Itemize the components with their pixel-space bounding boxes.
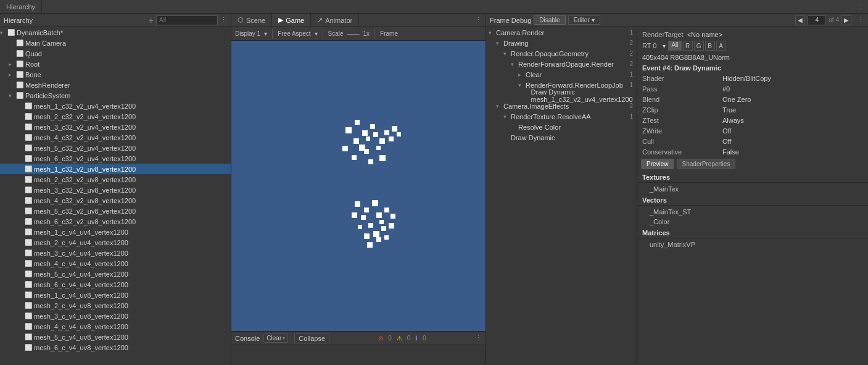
hierarchy-item-mesh1[interactable]: ⬜mesh_1_c32_v2_uv4_vertex1200 bbox=[0, 101, 231, 111]
hierarchy-item-meshrenderer[interactable]: ⬜MeshRenderer bbox=[0, 80, 231, 90]
svg-rect-4 bbox=[366, 136, 370, 141]
tab-scene[interactable]: ⬡ Scene bbox=[231, 14, 272, 27]
item-icon: ⬜ bbox=[25, 208, 32, 214]
hierarchy-item-mesh3cv4[interactable]: ⬜mesh_3_c_v4_uv4_vertex1200 bbox=[0, 248, 231, 258]
hierarchy-item-mesh4v8[interactable]: ⬜mesh_4_c32_v2_uv8_vertex1200 bbox=[0, 195, 231, 206]
rt-label: RT 0 bbox=[642, 42, 656, 49]
fd-arrow[interactable]: ▾ bbox=[503, 51, 511, 57]
hierarchy-item-mesh6v8[interactable]: ⬜mesh_6_c32_v2_uv8_vertex1200 bbox=[0, 216, 231, 227]
tab-animator[interactable]: ↗ Animator bbox=[311, 14, 359, 27]
hierarchy-item-maincamera[interactable]: ⬜Main Camera bbox=[0, 38, 231, 48]
hierarchy-item-quad[interactable]: ⬜Quad bbox=[0, 48, 231, 59]
hierarchy-item-mesh2cv4[interactable]: ⬜mesh_2_c_v4_uv4_vertex1200 bbox=[0, 237, 231, 248]
clear-button[interactable]: Clear ▾ bbox=[263, 334, 288, 343]
hierarchy-item-mesh1v8[interactable]: ⬜mesh_1_c32_v2_uv8_vertex1200 bbox=[0, 164, 231, 174]
disable-button[interactable]: Disable bbox=[534, 15, 565, 25]
properties-content: RenderTarget <No name> RT 0 ▾ All R G B … bbox=[637, 27, 868, 365]
fd-arrow[interactable]: ▸ bbox=[518, 72, 526, 78]
fd-arrow[interactable]: ▾ bbox=[503, 114, 511, 120]
collapse-btn[interactable]: Collapse bbox=[294, 334, 329, 343]
hierarchy-item-mesh6cv4[interactable]: ⬜mesh_6_c_v4_uv4_vertex1200 bbox=[0, 279, 231, 290]
editor-button[interactable]: Editor ▾ bbox=[568, 15, 600, 25]
shaderprops-tab[interactable]: ShaderProperties bbox=[677, 159, 736, 169]
scene-tabs-options[interactable]: ⋮ bbox=[471, 14, 486, 27]
channel-g-btn[interactable]: G bbox=[694, 41, 704, 51]
channel-a-btn[interactable]: A bbox=[716, 41, 726, 51]
tab-game[interactable]: ▶ Game bbox=[272, 14, 311, 27]
pass-row: Pass #0 bbox=[637, 83, 868, 94]
fd-item-3[interactable]: ▾RenderForwardOpaque.Render2 bbox=[486, 59, 637, 69]
hierarchy-item-mesh4cv4[interactable]: ⬜mesh_4_c_v4_uv4_vertex1200 bbox=[0, 258, 231, 269]
hierarchy-item-mesh3v8[interactable]: ⬜mesh_3_c32_v2_uv8_vertex1200 bbox=[0, 185, 231, 195]
item-label: Quad bbox=[25, 50, 42, 57]
hierarchy-item-mesh5v8[interactable]: ⬜mesh_5_c32_v2_uv8_vertex1200 bbox=[0, 206, 231, 216]
tree-arrow[interactable]: ▸ bbox=[9, 72, 16, 78]
console-options[interactable]: ⋮ bbox=[475, 334, 482, 342]
fd-item-6[interactable]: Draw Dynamic mesh_1_c32_v2_uv4_vertex120… bbox=[486, 90, 637, 101]
hierarchy-search[interactable] bbox=[156, 15, 218, 25]
console-content bbox=[231, 345, 486, 365]
hierarchy-item-mesh3[interactable]: ⬜mesh_3_c32_v2_uv4_vertex1200 bbox=[0, 122, 231, 132]
fd-item-0[interactable]: ▾Camera.Render1 bbox=[486, 27, 637, 38]
blend-row: Blend One Zero bbox=[637, 94, 868, 104]
fd-item-9[interactable]: Resolve Color bbox=[486, 122, 637, 132]
hierarchy-item-mesh6cuv8[interactable]: ⬜mesh_6_c_v4_uv8_vertex1200 bbox=[0, 342, 231, 353]
frame-btn[interactable]: Frame bbox=[380, 30, 398, 37]
channel-r-btn[interactable]: R bbox=[683, 41, 693, 51]
fd-item-2[interactable]: ▾Render.OpaqueGeometry2 bbox=[486, 48, 637, 59]
frame-debug-top-bar: Frame Debug Disable Editor ▾ ◀ of 4 ▶ ⋮ bbox=[486, 14, 868, 27]
shader-value: Hidden/BlitCopy bbox=[722, 75, 771, 82]
channel-b-btn[interactable]: B bbox=[705, 41, 715, 51]
fd-arrow[interactable]: ▾ bbox=[496, 40, 503, 46]
hierarchy-item-mesh5cv4[interactable]: ⬜mesh_5_c_v4_uv4_vertex1200 bbox=[0, 269, 231, 279]
fd-item-1[interactable]: ▾Drawing2 bbox=[486, 38, 637, 48]
frame-nav: ◀ of 4 ▶ bbox=[795, 15, 851, 25]
hierarchy-item-root[interactable]: ▸⬜Root bbox=[0, 59, 231, 69]
scale-slider[interactable]: —— bbox=[347, 30, 360, 37]
hierarchy-item-mesh4[interactable]: ⬜mesh_4_c32_v2_uv4_vertex1200 bbox=[0, 132, 231, 143]
nav-next-button[interactable]: ▶ bbox=[841, 15, 851, 25]
fd-arrow[interactable]: ▾ bbox=[518, 82, 526, 88]
hierarchy-options[interactable]: ⋮ bbox=[220, 16, 227, 24]
hierarchy-item-mesh6[interactable]: ⬜mesh_6_c32_v2_uv4_vertex1200 bbox=[0, 153, 231, 164]
preview-tab[interactable]: Preview bbox=[641, 159, 674, 169]
hierarchy-item-mesh1cuv8[interactable]: ⬜mesh_1_c_v4_uv8_vertex1200 bbox=[0, 290, 231, 300]
tree-arrow[interactable]: ▸ bbox=[9, 61, 16, 67]
fd-arrow[interactable]: ▾ bbox=[496, 103, 503, 109]
tree-arrow[interactable]: ▾ bbox=[9, 93, 16, 99]
hierarchy-list: ▾⬜DynamicBatch* ⬜Main Camera ⬜Quad▸⬜Root… bbox=[0, 27, 231, 365]
nav-prev-button[interactable]: ◀ bbox=[795, 15, 805, 25]
fd-arrow[interactable]: ▾ bbox=[489, 30, 496, 36]
framedebug-options[interactable]: ⋮ bbox=[858, 16, 864, 24]
tree-arrow[interactable]: ▾ bbox=[0, 30, 7, 36]
hierarchy-item-dynamicbatch[interactable]: ▾⬜DynamicBatch* bbox=[0, 27, 231, 38]
channels-all-btn[interactable]: All bbox=[668, 41, 681, 51]
tab-hierarchy[interactable]: Hierarchy bbox=[0, 0, 42, 13]
maintex-st-item: _MainTex_ST bbox=[637, 207, 868, 217]
clear-dropdown-icon[interactable]: ▾ bbox=[283, 335, 285, 341]
pass-value: #0 bbox=[722, 85, 730, 93]
hierarchy-item-mesh3cuv8[interactable]: ⬜mesh_3_c_v4_uv8_vertex1200 bbox=[0, 311, 231, 321]
fd-item-10[interactable]: Draw Dynamic bbox=[486, 132, 637, 143]
editor-dropdown-icon: ▾ bbox=[592, 17, 595, 23]
hierarchy-item-mesh1cv4[interactable]: ⬜mesh_1_c_v4_uv4_vertex1200 bbox=[0, 227, 231, 237]
hierarchy-item-mesh5cuv8[interactable]: ⬜mesh_5_c_v4_uv8_vertex1200 bbox=[0, 332, 231, 342]
hierarchy-item-mesh2v8[interactable]: ⬜mesh_2_c32_v2_uv8_vertex1200 bbox=[0, 174, 231, 185]
item-label: mesh_6_c_v4_uv4_vertex1200 bbox=[34, 281, 128, 288]
hierarchy-item-mesh2cuv8[interactable]: ⬜mesh_2_c_v4_uv8_vertex1200 bbox=[0, 300, 231, 311]
console-title: Console bbox=[235, 335, 260, 342]
add-icon[interactable]: + bbox=[149, 15, 154, 25]
hierarchy-item-particlesystem[interactable]: ▾⬜ParticleSystem bbox=[0, 90, 231, 101]
item-label: mesh_4_c32_v2_uv8_vertex1200 bbox=[34, 197, 136, 204]
hierarchy-item-mesh2[interactable]: ⬜mesh_2_c32_v2_uv4_vertex1200 bbox=[0, 111, 231, 122]
aspect-dropdown-icon[interactable]: ▾ bbox=[315, 30, 318, 37]
hierarchy-item-bone[interactable]: ▸⬜Bone bbox=[0, 69, 231, 80]
fd-item-8[interactable]: ▾RenderTexture.ResolveAA1 bbox=[486, 111, 637, 122]
svg-rect-28 bbox=[391, 214, 395, 219]
display-dropdown-icon[interactable]: ▾ bbox=[264, 30, 267, 37]
fd-item-4[interactable]: ▸Clear1 bbox=[486, 69, 637, 80]
nav-current-input[interactable] bbox=[808, 15, 826, 25]
hierarchy-item-mesh4cuv8[interactable]: ⬜mesh_4_c_v4_uv8_vertex1200 bbox=[0, 321, 231, 332]
fd-arrow[interactable]: ▾ bbox=[511, 61, 518, 67]
hierarchy-item-mesh5[interactable]: ⬜mesh_5_c32_v2_uv4_vertex1200 bbox=[0, 143, 231, 153]
